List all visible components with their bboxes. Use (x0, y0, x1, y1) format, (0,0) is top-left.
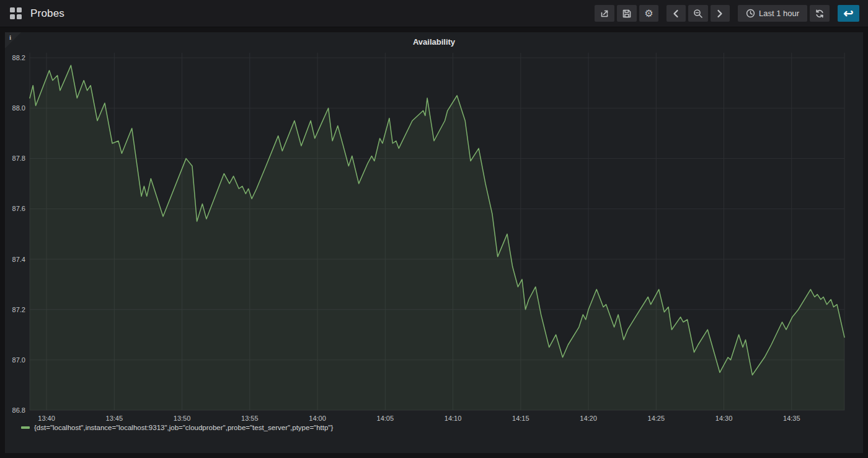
time-range-label: Last 1 hour (759, 9, 799, 18)
brand: Probes (10, 7, 64, 20)
dashboard-title[interactable]: Probes (30, 7, 64, 20)
svg-text:13:40: 13:40 (38, 415, 55, 422)
svg-text:14:05: 14:05 (377, 415, 394, 422)
svg-text:86.8: 86.8 (12, 406, 25, 414)
time-range-button[interactable]: Last 1 hour (738, 5, 807, 22)
share-icon (600, 9, 609, 19)
svg-text:87.4: 87.4 (12, 256, 25, 263)
svg-text:13:55: 13:55 (241, 415, 259, 422)
zoom-out-icon (693, 9, 703, 19)
navbar: Probes ⚙ (0, 0, 868, 27)
share-button[interactable] (595, 5, 614, 22)
settings-button[interactable]: ⚙ (639, 5, 658, 22)
save-button[interactable] (617, 5, 637, 22)
svg-text:14:30: 14:30 (715, 415, 733, 422)
svg-text:13:50: 13:50 (174, 415, 191, 422)
svg-text:14:20: 14:20 (580, 415, 597, 422)
toolbar: ⚙ (595, 5, 859, 22)
svg-text:14:15: 14:15 (512, 415, 529, 422)
refresh-icon (815, 9, 825, 19)
series-marker (21, 426, 30, 429)
availability-panel: i Availability 86.887.087.287.487.687.88… (5, 32, 863, 453)
svg-text:14:35: 14:35 (783, 415, 800, 422)
svg-text:14:10: 14:10 (445, 415, 462, 422)
refresh-button[interactable] (810, 5, 830, 22)
time-back-button[interactable] (666, 5, 686, 22)
back-arrow-icon: ↩ (844, 7, 854, 19)
save-icon (622, 9, 632, 19)
dashboards-grid-icon[interactable] (10, 7, 22, 19)
svg-text:14:00: 14:00 (309, 415, 326, 422)
svg-text:87.0: 87.0 (12, 356, 25, 364)
svg-text:87.8: 87.8 (12, 155, 25, 162)
legend-item[interactable]: {dst="localhost",instance="localhost:931… (21, 424, 333, 431)
zoom-out-button[interactable] (688, 5, 708, 22)
svg-text:87.2: 87.2 (12, 306, 25, 313)
availability-chart[interactable]: 86.887.087.287.487.687.888.088.213:4013:… (5, 32, 863, 453)
chevron-right-icon (716, 9, 724, 18)
svg-text:13:45: 13:45 (106, 415, 123, 422)
clock-icon (746, 9, 755, 18)
series-label: {dst="localhost",instance="localhost:931… (34, 424, 333, 431)
svg-text:87.6: 87.6 (12, 205, 25, 212)
dashboard-area: i Availability 86.887.087.287.487.687.88… (0, 27, 868, 458)
svg-text:88.0: 88.0 (12, 104, 25, 112)
time-forward-button[interactable] (711, 5, 730, 22)
svg-text:88.2: 88.2 (12, 54, 25, 61)
chevron-left-icon (672, 9, 680, 18)
svg-text:14:25: 14:25 (648, 415, 665, 422)
go-back-button[interactable]: ↩ (838, 5, 859, 22)
gear-icon: ⚙ (644, 9, 653, 19)
